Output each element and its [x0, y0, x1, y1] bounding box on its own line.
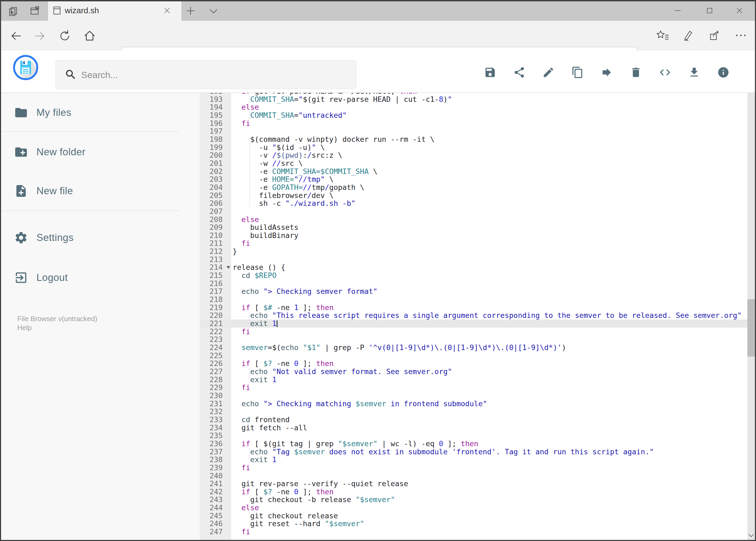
code-line[interactable]: 206 sh -c "./wizard.sh -b"	[200, 199, 747, 208]
search-input[interactable]	[81, 61, 341, 89]
code-line[interactable]: 243 git checkout -b release "$semver"	[200, 496, 747, 504]
code-line[interactable]: 216	[200, 279, 747, 287]
sidebar-item-my-files[interactable]: My files	[1, 105, 190, 120]
code-line[interactable]: 202 -e COMMIT_SHA=$COMMIT_SHA \	[200, 168, 747, 176]
code-line[interactable]: 244 else	[200, 504, 747, 512]
code-line[interactable]: 211 fi	[200, 239, 747, 248]
home-icon[interactable]	[84, 29, 96, 42]
code-line[interactable]: 219 if [ $# -ne 1 ]; then	[200, 303, 747, 312]
back-icon[interactable]	[10, 30, 22, 42]
code-line[interactable]: 212}	[200, 248, 747, 256]
sidebar-item-new-file[interactable]: New file	[1, 184, 190, 199]
sidebar-item-logout[interactable]: Logout	[1, 270, 190, 285]
code-line[interactable]: 229 fi	[200, 383, 747, 392]
copy-icon[interactable]	[571, 66, 584, 79]
search-bar[interactable]	[55, 60, 357, 89]
move-icon[interactable]	[601, 66, 613, 79]
edit-icon[interactable]	[542, 66, 555, 79]
code-line[interactable]: 239 fi	[200, 464, 747, 472]
page-scrollbar[interactable]	[747, 50, 755, 541]
code-line[interactable]: 201 -w //src \	[200, 159, 747, 168]
more-options-icon[interactable]	[735, 33, 747, 38]
code-line[interactable]: 207	[200, 208, 747, 216]
new-tab-icon[interactable]	[186, 6, 195, 16]
refresh-icon[interactable]	[59, 30, 71, 42]
code-line[interactable]: 213	[200, 256, 747, 264]
code-line[interactable]: 203 -e HOME="//tmp" \	[200, 175, 747, 184]
share-icon[interactable]	[513, 66, 526, 79]
set-tabs-aside-icon[interactable]	[8, 6, 18, 16]
code-line[interactable]: 205 filebrowser/dev \	[200, 192, 747, 200]
code-line[interactable]: 221 exit 1	[200, 319, 747, 327]
code-line[interactable]: 227 echo "Not valid semver format. See s…	[200, 367, 747, 376]
code-line[interactable]: 225	[200, 352, 747, 360]
code-line[interactable]: 209 buildAssets	[200, 224, 747, 232]
browser-window: wizard.sh	[0, 0, 756, 541]
code-line[interactable]: 230	[200, 392, 747, 400]
code-line[interactable]: 218	[200, 295, 747, 303]
code-icon[interactable]	[659, 66, 671, 79]
tab-list-chevron-icon[interactable]	[208, 8, 219, 15]
code-line[interactable]: 217 echo "> Checking semver format"	[200, 287, 747, 295]
download-icon[interactable]	[688, 66, 700, 79]
code-line[interactable]: 215 cd $REPO	[200, 271, 747, 279]
code-line[interactable]: 195 COMMIT_SHA="untracked"	[200, 111, 747, 119]
maximize-button[interactable]	[705, 6, 714, 15]
scrollbar-thumb[interactable]	[747, 299, 755, 356]
forward-icon[interactable]	[34, 30, 46, 42]
sidebar-item-new-folder[interactable]: New folder	[1, 145, 190, 160]
web-note-pen-icon[interactable]	[682, 29, 694, 42]
sidebar-item-label: Logout	[36, 270, 68, 285]
code-line[interactable]: 204 -e GOPATH=//tmp/gopath \	[200, 184, 747, 192]
code-line[interactable]: 193 COMMIT_SHA="$(git rev-parse HEAD | c…	[200, 95, 747, 104]
minimize-button[interactable]	[674, 6, 682, 15]
code-line[interactable]: 238 exit 1	[200, 456, 747, 464]
code-line[interactable]: 231 echo "> Checking matching $semver in…	[200, 400, 747, 408]
code-line[interactable]: 198 $(command -v winpty) docker run --rm…	[200, 135, 747, 144]
code-line[interactable]: 236 if [ $(git tag | grep "$semver" | wc…	[200, 440, 747, 448]
code-line[interactable]: 224 semver=$(echo "$1" | grep -P '^v(0|[…	[200, 343, 747, 352]
sidebar-item-settings[interactable]: Settings	[1, 230, 190, 245]
code-line[interactable]: 223	[200, 335, 747, 343]
code-line[interactable]: 200 -v /$(pwd):/src:z \	[200, 151, 747, 159]
code-line[interactable]: 220 echo "This release script requires a…	[200, 311, 747, 319]
save-icon[interactable]	[484, 66, 496, 79]
code-line[interactable]: 242 if [ $? -ne 0 ]; then	[200, 488, 747, 496]
code-line[interactable]: 233 cd frontend	[200, 416, 747, 424]
code-line[interactable]: 247 fi	[200, 528, 747, 536]
fold-marker-icon[interactable]	[226, 266, 230, 269]
code-line[interactable]: 194 else	[200, 103, 747, 111]
code-line[interactable]: 208 else	[200, 216, 747, 224]
browser-tab[interactable]: wizard.sh	[48, 0, 181, 21]
code-line[interactable]: 241 git rev-parse --verify --quiet relea…	[200, 480, 747, 488]
help-link[interactable]: Help	[17, 323, 32, 332]
favorites-hub-icon[interactable]	[656, 29, 669, 42]
tab-close-icon[interactable]	[163, 7, 170, 14]
code-line[interactable]: 240	[200, 472, 747, 480]
code-line[interactable]: 222 fi	[200, 327, 747, 336]
code-line[interactable]: 237 echo "Tag $semver does not exist in …	[200, 448, 747, 456]
code-line[interactable]: 232	[200, 407, 747, 416]
code-line[interactable]: 197	[200, 127, 747, 135]
file-browser-floppy-logo[interactable]	[12, 54, 39, 81]
code-line[interactable]: 235	[200, 432, 747, 440]
code-line[interactable]: 228 exit 1	[200, 376, 747, 384]
code-line[interactable]: 246 git reset --hard "$semver"	[200, 520, 747, 528]
delete-icon[interactable]	[630, 66, 642, 79]
code-editor[interactable]: 192 if git rev-parse HEAD &> /dev/null; …	[200, 93, 747, 541]
tab-preview-icon[interactable]	[29, 6, 40, 16]
settings-gear-icon	[14, 231, 28, 245]
code-line[interactable]: 214release () {	[200, 264, 747, 271]
code-line[interactable]: 196 fi	[200, 119, 747, 128]
code-line[interactable]: 210 buildBinary	[200, 232, 747, 240]
info-icon[interactable]	[717, 66, 730, 79]
code-line[interactable]: 226 if [ $? -ne 0 ]; then	[200, 359, 747, 367]
share-page-icon[interactable]	[708, 29, 720, 42]
close-button[interactable]	[735, 6, 744, 15]
scroll-down-icon[interactable]	[747, 531, 755, 540]
new-folder-icon	[14, 145, 28, 159]
code-line[interactable]: 234 git fetch --all	[200, 424, 747, 432]
code-line[interactable]: 199 -u "$(id -u)" \	[200, 144, 747, 152]
sidebar-item-label: My files	[36, 105, 71, 120]
code-line[interactable]: 245 git checkout release	[200, 512, 747, 520]
